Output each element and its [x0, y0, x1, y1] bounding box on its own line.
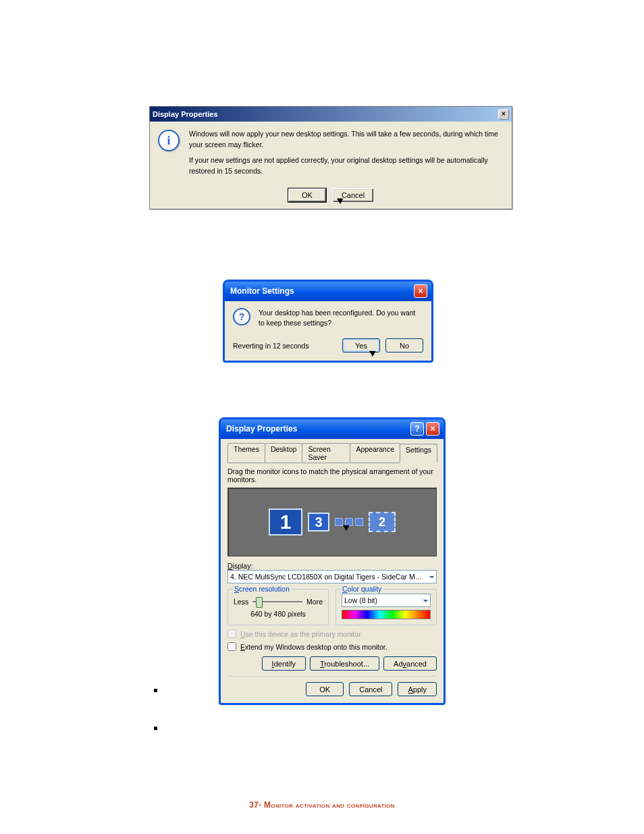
titlebar[interactable]: Monitor Settings ×	[225, 282, 431, 301]
identify-button[interactable]: Identify	[262, 656, 306, 671]
cancel-button[interactable]: Cancel	[349, 682, 392, 696]
yes-button[interactable]: Yes	[342, 338, 380, 353]
ok-button[interactable]: OK	[306, 682, 344, 696]
primary-monitor-checkbox-row: Use this device as the primary monitor.	[227, 629, 437, 638]
title-text: Display Properties	[226, 424, 297, 434]
monitor-1[interactable]: 1	[269, 509, 302, 536]
tab-settings[interactable]: Settings	[400, 444, 437, 463]
primary-monitor-label: Use this device as the primary monitor.	[240, 630, 363, 638]
display-label: Display:	[227, 562, 437, 570]
tab-desktop[interactable]: Desktop	[265, 443, 303, 463]
extend-desktop-checkbox[interactable]	[227, 642, 236, 651]
resolution-value: 640 by 480 pixels	[234, 610, 323, 618]
no-button[interactable]: No	[385, 338, 423, 353]
display-select[interactable]: 4. NEC MultiSync LCD1850X on Digital Tig…	[227, 570, 437, 583]
close-icon[interactable]: ×	[414, 284, 427, 298]
instruction-text: Drag the monitor icons to match the phys…	[227, 467, 437, 484]
monitor-arrangement[interactable]: 1 3 2	[227, 488, 437, 556]
apply-button[interactable]: Apply	[398, 682, 437, 696]
monitor-4[interactable]	[335, 518, 343, 526]
ok-button[interactable]: OK	[288, 188, 326, 202]
reverting-text: Reverting in 12 seconds	[233, 342, 309, 350]
message-text: Your desktop has been reconfigured. Do y…	[259, 308, 423, 328]
extend-desktop-label: Extend my Windows desktop onto this moni…	[240, 643, 387, 651]
info-icon: i	[158, 130, 180, 151]
title-text: Monitor Settings	[230, 286, 294, 296]
monitor-3[interactable]: 3	[308, 513, 329, 531]
titlebar[interactable]: Display Properties ×	[150, 107, 512, 122]
display-properties-msgbox: Display Properties × i Windows will now …	[149, 106, 512, 209]
resolution-slider[interactable]	[252, 601, 302, 602]
message-text: Windows will now apply your new desktop …	[189, 128, 504, 180]
primary-monitor-checkbox	[227, 629, 236, 638]
bullet	[154, 689, 157, 692]
display-properties-panel: Display Properties ? × Themes Desktop Sc…	[219, 417, 446, 705]
slider-less-label: Less	[234, 598, 248, 606]
page-footer: 37- Monitor activation and configuration	[0, 800, 644, 810]
extend-desktop-checkbox-row: Extend my Windows desktop onto this moni…	[227, 642, 437, 651]
help-icon[interactable]: ?	[410, 422, 424, 436]
monitor-2[interactable]: 2	[369, 512, 396, 532]
monitor-5[interactable]	[345, 518, 353, 526]
titlebar[interactable]: Display Properties ? ×	[221, 419, 444, 439]
color-quality-select[interactable]: Low (8 bit)	[342, 594, 431, 607]
cancel-button[interactable]: Cancel	[333, 188, 373, 202]
advanced-button[interactable]: Advanced	[383, 656, 437, 671]
color-spectrum	[342, 610, 431, 619]
troubleshoot-button[interactable]: Troubleshoot...	[310, 656, 379, 671]
tab-themes[interactable]: Themes	[227, 443, 265, 463]
color-quality-group: Color quality Low (8 bit)	[336, 589, 437, 625]
tab-appearance[interactable]: Appearance	[350, 443, 400, 463]
close-icon[interactable]: ×	[498, 109, 509, 120]
bullet	[154, 727, 157, 730]
screen-resolution-group: Screen resolution Less More 640 by 480 p…	[227, 589, 329, 625]
tab-screen-saver[interactable]: Screen Saver	[302, 443, 350, 463]
monitor-6[interactable]	[355, 518, 363, 526]
title-text: Display Properties	[153, 110, 218, 118]
question-icon: ?	[233, 308, 250, 325]
monitor-settings-dialog: Monitor Settings × ? Your desktop has be…	[223, 280, 433, 363]
tab-strip: Themes Desktop Screen Saver Appearance S…	[227, 443, 437, 463]
slider-more-label: More	[306, 598, 323, 606]
close-icon[interactable]: ×	[426, 422, 439, 436]
